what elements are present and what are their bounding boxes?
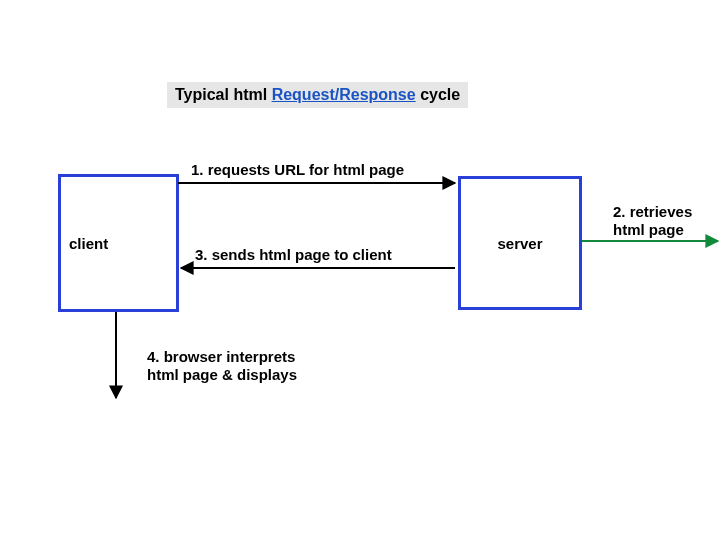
step-2-label: 2. retrieves html page [613,203,692,239]
title-part2: cycle [420,86,460,103]
client-box: client [58,174,179,312]
diagram-title: Typical html Request/Response cycle [167,82,468,108]
client-label: client [69,235,108,252]
server-label: server [497,235,542,252]
step-4-label: 4. browser interprets html page & displa… [147,348,297,384]
title-part1: Typical html [175,86,267,103]
step-1-label: 1. requests URL for html page [191,161,404,179]
step-3-label: 3. sends html page to client [195,246,392,264]
title-link: Request/Response [272,86,416,103]
server-box: server [458,176,582,310]
